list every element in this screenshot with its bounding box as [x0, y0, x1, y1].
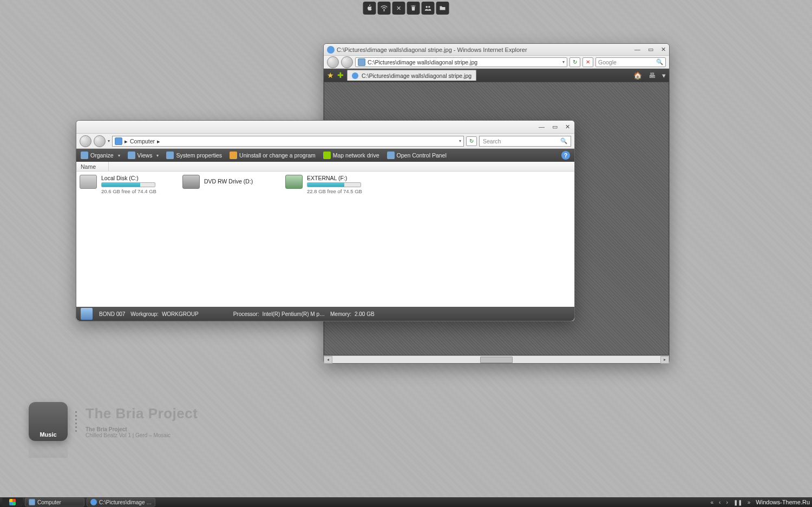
uninstall-button[interactable]: Uninstall or change a program: [230, 152, 316, 159]
tools-dropdown-icon[interactable]: ▾: [662, 71, 666, 80]
taskbar-label: Computer: [37, 499, 61, 505]
search-icon[interactable]: 🔍: [656, 58, 663, 65]
close-button[interactable]: ✕: [565, 123, 570, 130]
music-track: Chilled Beatz Vol 1 | Gerd – Mosaic: [86, 432, 198, 438]
svg-point-2: [428, 6, 430, 8]
ie-icon: [90, 499, 97, 505]
sysprops-label: System properties: [176, 152, 222, 159]
ie-tab[interactable]: C:\Pictures\dimage walls\diagonal stripe…: [347, 70, 476, 81]
wifi-icon[interactable]: [378, 2, 391, 15]
address-text: C:\Pictures\dimage walls\diagonal stripe…: [368, 59, 477, 65]
map-network-button[interactable]: Map network drive: [323, 152, 379, 159]
organize-button[interactable]: Organize: [81, 152, 120, 159]
ie-title: C:\Pictures\dimage walls\diagonal stripe…: [337, 47, 527, 53]
breadcrumb-sep: ▸: [157, 138, 160, 144]
add-favorite-icon[interactable]: ✚: [337, 71, 344, 80]
drive-f-label: EXTERNAL (F:): [307, 175, 362, 181]
ie-address-bar: C:\Pictures\dimage walls\diagonal stripe…: [324, 56, 669, 69]
organize-label: Organize: [90, 152, 114, 159]
ie-app-icon: [327, 46, 335, 54]
drive-f[interactable]: EXTERNAL (F:) 22.8 GB free of 74.5 GB: [285, 175, 366, 194]
chevron-down-icon[interactable]: ▾: [562, 60, 565, 64]
status-wg-label: Workgroup:: [130, 311, 159, 317]
taskbar-item-computer[interactable]: Computer: [25, 498, 84, 506]
column-name[interactable]: Name: [76, 162, 109, 171]
drive-c-label: Local Disk (C:): [101, 175, 156, 181]
maximize-button[interactable]: ▭: [648, 46, 653, 53]
start-button[interactable]: [2, 498, 23, 506]
explorer-content[interactable]: Local Disk (C:) 20.6 GB free of 74.4 GB …: [76, 172, 574, 307]
music-artist: The Bria Project: [86, 426, 198, 432]
folder-icon[interactable]: [436, 2, 449, 15]
trash-icon[interactable]: [407, 2, 420, 15]
tab-favicon: [352, 73, 358, 79]
back-button[interactable]: [80, 135, 91, 147]
refresh-button[interactable]: ↻: [569, 57, 580, 67]
mapdrive-label: Map network drive: [333, 152, 379, 159]
ie-titlebar[interactable]: C:\Pictures\dimage walls\diagonal stripe…: [324, 44, 669, 56]
explorer-toolbar: Organize Views System properties Uninsta…: [76, 149, 574, 162]
scroll-track[interactable]: [332, 357, 660, 363]
hdd-icon: [80, 175, 97, 189]
help-button[interactable]: ?: [561, 151, 570, 160]
computer-icon: [115, 137, 122, 145]
status-proc-label: Processor:: [233, 311, 259, 317]
explorer-search-input[interactable]: Search 🔍: [479, 136, 571, 147]
refresh-button[interactable]: ↻: [466, 136, 477, 146]
tray-next-icon[interactable]: »: [748, 499, 751, 505]
computer-icon: [29, 499, 35, 505]
scroll-left-button[interactable]: ◂: [324, 356, 332, 364]
tray-pause-icon[interactable]: ❚❚: [734, 499, 742, 505]
drive-d[interactable]: DVD RW Drive (D:): [182, 175, 264, 189]
history-dropdown-icon[interactable]: ▾: [108, 139, 110, 143]
status-mem-label: Memory:: [330, 311, 351, 317]
status-mem: 2.00 GB: [355, 311, 375, 317]
chevron-down-icon[interactable]: ▾: [459, 139, 461, 143]
scroll-thumb[interactable]: [480, 357, 513, 363]
taskbar-item-ie[interactable]: C:\Pictures\dimage …: [87, 498, 155, 506]
search-placeholder: Search: [483, 138, 501, 144]
page-icon: [358, 58, 365, 66]
status-wg: WORKGROUP: [162, 311, 199, 317]
tray-prev-icon[interactable]: «: [711, 499, 714, 505]
system-properties-button[interactable]: System properties: [166, 152, 222, 159]
scroll-right-button[interactable]: ▸: [660, 356, 669, 364]
forward-button[interactable]: [341, 56, 353, 68]
explorer-status-bar: BOND 007 Workgroup: WORKGROUP Processor:…: [76, 307, 574, 321]
views-button[interactable]: Views: [128, 152, 159, 159]
back-button[interactable]: [327, 56, 339, 68]
maximize-button[interactable]: ▭: [552, 123, 558, 130]
drive-c-bar: [101, 182, 155, 187]
music-tile[interactable]: Music: [29, 402, 68, 441]
home-icon[interactable]: 🏠: [633, 71, 642, 80]
drive-f-free: 22.8 GB free of 74.5 GB: [307, 188, 362, 194]
print-icon[interactable]: 🖶: [649, 71, 656, 80]
forward-button[interactable]: [94, 135, 106, 147]
tray-play-icon[interactable]: ›: [726, 499, 728, 505]
breadcrumb-bar[interactable]: ▸ Computer ▸ ▾: [112, 136, 464, 147]
control-panel-button[interactable]: Open Control Panel: [387, 152, 447, 159]
music-tile-label: Music: [40, 431, 56, 438]
drive-c[interactable]: Local Disk (C:) 20.6 GB free of 74.4 GB: [80, 175, 161, 194]
search-icon: 🔍: [560, 137, 567, 144]
ie-scrollbar-horizontal[interactable]: ◂ ▸: [324, 355, 669, 363]
breadcrumb-computer[interactable]: Computer: [130, 138, 155, 144]
search-input[interactable]: Google 🔍: [595, 57, 666, 67]
minimize-button[interactable]: —: [539, 123, 545, 130]
explorer-titlebar[interactable]: — ▭ ✕: [76, 121, 574, 134]
controlpanel-icon: [387, 152, 395, 159]
users-icon[interactable]: [422, 2, 435, 15]
minimize-button[interactable]: —: [634, 46, 640, 53]
tray-back-icon[interactable]: ‹: [719, 499, 721, 505]
status-proc: Intel(R) Pentium(R) M p…: [262, 311, 325, 317]
breadcrumb-sep: ▸: [125, 138, 128, 144]
favorites-icon[interactable]: ★: [327, 71, 334, 80]
tools-icon[interactable]: ✕: [392, 2, 405, 15]
music-widget: Music The Bria Project The Bria Project …: [29, 402, 198, 441]
stop-button[interactable]: ✕: [582, 57, 593, 67]
close-button[interactable]: ✕: [661, 46, 666, 53]
drive-c-free: 20.6 GB free of 74.4 GB: [101, 188, 156, 194]
address-input[interactable]: C:\Pictures\dimage walls\diagonal stripe…: [355, 57, 567, 67]
svg-point-1: [425, 6, 428, 8]
apple-icon[interactable]: [363, 2, 376, 15]
